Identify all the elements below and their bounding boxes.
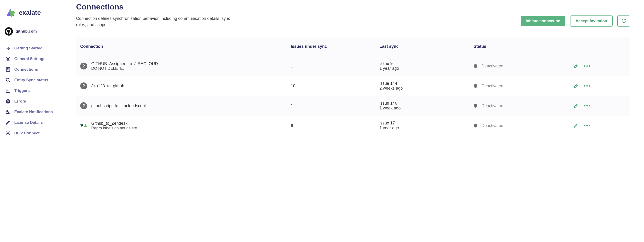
issues-count: 1 bbox=[287, 96, 376, 116]
connection-name: Jira123_to_github bbox=[91, 84, 124, 88]
svg-point-5 bbox=[6, 78, 9, 81]
connections-table: Connection Issues under sync Last sync S… bbox=[76, 37, 630, 136]
table-row: ?GITHUB_Assignee_to_JIRACLOUDDO NOT DELE… bbox=[76, 56, 630, 76]
sidebar-item-entity-sync-status[interactable]: Entity Sync status bbox=[2, 75, 58, 85]
exalate-logo-icon bbox=[4, 7, 16, 19]
sidebar-item-label: Connections bbox=[14, 67, 38, 72]
connection-subtitle: DO NOT DELETE. bbox=[91, 66, 158, 71]
code-box-icon bbox=[6, 88, 10, 93]
status-label: Deactivated bbox=[482, 103, 504, 108]
sidebar-item-connections[interactable]: Connections bbox=[2, 64, 58, 75]
search-icon bbox=[6, 78, 10, 83]
more-actions-button[interactable] bbox=[584, 65, 590, 67]
column-header-issues: Issues under sync bbox=[287, 37, 376, 56]
notifications-icon bbox=[6, 109, 10, 114]
issues-count: 1 bbox=[287, 56, 376, 76]
brand-name: exalate bbox=[19, 9, 41, 16]
more-actions-button[interactable] bbox=[584, 85, 590, 87]
sidebar-item-label: Errors bbox=[14, 99, 26, 104]
svg-point-9 bbox=[8, 112, 10, 114]
sidebar-item-label: Getting Started bbox=[14, 46, 43, 51]
instance-label: github.com bbox=[16, 29, 37, 34]
last-sync-issue: issue 146 bbox=[380, 101, 465, 106]
status-label: Deactivated bbox=[482, 123, 504, 128]
action-buttons: Initiate connection Accept invitation bbox=[521, 16, 630, 27]
column-header-actions bbox=[569, 37, 630, 56]
sidebar-item-label: Triggers bbox=[14, 88, 30, 93]
svg-point-3 bbox=[8, 58, 9, 60]
zendesk-icon bbox=[80, 122, 87, 129]
connection-name: githubscript_to_jiracloudscript bbox=[91, 103, 146, 108]
svg-marker-2 bbox=[6, 57, 10, 61]
accept-invitation-button[interactable]: Accept invitation bbox=[570, 16, 613, 27]
last-sync-time: 2 weeks ago bbox=[380, 86, 465, 91]
edit-button[interactable] bbox=[574, 103, 578, 108]
header-row: Connection defines synchronization behav… bbox=[76, 16, 630, 28]
pencil-icon bbox=[6, 120, 10, 125]
status-dot-icon bbox=[474, 84, 477, 88]
sidebar-item-label: Exalate Notifications bbox=[14, 110, 53, 114]
edit-button[interactable] bbox=[574, 123, 578, 128]
arrow-right-icon bbox=[6, 46, 10, 51]
more-actions-button[interactable] bbox=[584, 125, 590, 126]
edit-button[interactable] bbox=[574, 63, 578, 69]
x-circle-icon bbox=[6, 99, 10, 104]
table-row: ?Jira123_to_github10issue 1442 weeks ago… bbox=[76, 76, 630, 96]
page-description: Connection defines synchronization behav… bbox=[76, 16, 238, 28]
github-icon bbox=[4, 27, 13, 36]
sidebar-item-getting-started[interactable]: Getting Started bbox=[2, 43, 58, 54]
sidebar-item-label: License Details bbox=[14, 120, 43, 125]
more-actions-button[interactable] bbox=[584, 105, 590, 106]
table-row: Github_to_ZendeskRepro labels do not del… bbox=[76, 116, 630, 136]
sidebar-item-label: Entity Sync status bbox=[14, 78, 48, 82]
last-sync-time: 1 week ago bbox=[380, 106, 465, 111]
connection-name: Github_to_Zendesk bbox=[91, 121, 138, 126]
sidebar-item-bulk-connect[interactable]: Bulk Connect bbox=[2, 128, 58, 139]
sidebar-item-label: General Settings bbox=[14, 57, 46, 61]
column-header-lastsync: Last sync bbox=[375, 37, 470, 56]
last-sync-time: 1 year ago bbox=[380, 126, 465, 131]
table-header-row: Connection Issues under sync Last sync S… bbox=[76, 37, 630, 56]
brand-logo: exalate bbox=[0, 5, 60, 25]
last-sync-time: 1 year ago bbox=[380, 66, 465, 71]
svg-point-10 bbox=[8, 133, 9, 134]
connection-name: GITHUB_Assignee_to_JIRACLOUD bbox=[91, 61, 158, 66]
sidebar: exalate github.com Getting Started Gener… bbox=[0, 0, 60, 242]
question-icon: ? bbox=[80, 82, 87, 89]
settings-hex-icon bbox=[6, 56, 10, 61]
status-dot-icon bbox=[474, 64, 477, 68]
svg-point-8 bbox=[6, 110, 8, 112]
initiate-connection-button[interactable]: Initiate connection bbox=[521, 16, 566, 26]
last-sync-issue: issue 17 bbox=[380, 121, 465, 126]
main-content: Connections Connection defines synchroni… bbox=[60, 0, 644, 242]
sidebar-item-label: Bulk Connect bbox=[14, 131, 40, 136]
refresh-button[interactable] bbox=[617, 16, 630, 27]
edit-button[interactable] bbox=[574, 83, 578, 88]
question-icon: ? bbox=[80, 63, 87, 69]
table-row: ?githubscript_to_jiracloudscript1issue 1… bbox=[76, 96, 630, 116]
sidebar-item-general-settings[interactable]: General Settings bbox=[2, 54, 58, 64]
sidebar-item-license-details[interactable]: License Details bbox=[2, 117, 58, 128]
sidebar-item-exalate-notifications[interactable]: Exalate Notifications bbox=[2, 107, 58, 117]
instance-row[interactable]: github.com bbox=[0, 25, 60, 41]
connection-subtitle: Repro labels do not delete. bbox=[91, 126, 138, 131]
building-icon bbox=[6, 67, 10, 72]
status-label: Deactivated bbox=[482, 84, 504, 88]
page-title: Connections bbox=[76, 2, 630, 11]
sidebar-item-triggers[interactable]: Triggers bbox=[2, 85, 58, 96]
question-icon: ? bbox=[80, 102, 87, 109]
status-dot-icon bbox=[474, 124, 477, 128]
status-label: Deactivated bbox=[482, 64, 504, 69]
cog-icon bbox=[6, 131, 10, 136]
svg-rect-4 bbox=[6, 68, 10, 72]
last-sync-issue: issue 9 bbox=[380, 61, 465, 66]
status-dot-icon bbox=[474, 104, 477, 108]
refresh-icon bbox=[622, 19, 626, 24]
last-sync-issue: issue 144 bbox=[380, 81, 465, 86]
column-header-status: Status bbox=[470, 37, 569, 56]
sidebar-item-errors[interactable]: Errors bbox=[2, 96, 58, 107]
issues-count: 6 bbox=[287, 116, 376, 136]
column-header-connection: Connection bbox=[76, 37, 287, 56]
nav-list: Getting Started General Settings Connect… bbox=[0, 41, 60, 140]
issues-count: 10 bbox=[287, 76, 376, 96]
